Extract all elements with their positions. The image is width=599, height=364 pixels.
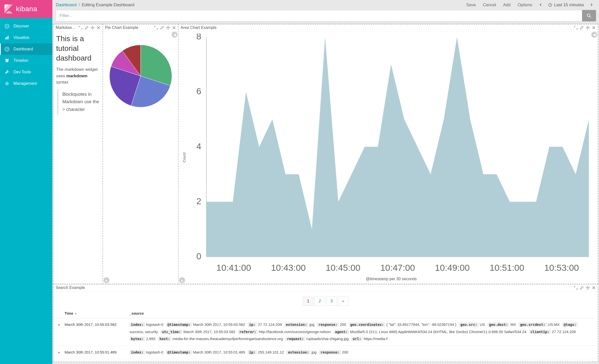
nav-label: Dashboard	[13, 47, 33, 51]
svg-text:2: 2	[196, 196, 201, 206]
options-button[interactable]: Options	[515, 2, 535, 8]
svg-text:10:53:00: 10:53:00	[544, 263, 579, 273]
svg-text:4: 4	[196, 141, 201, 151]
cancel-button[interactable]: Cancel	[480, 2, 499, 8]
breadcrumb-sep: /	[79, 2, 80, 7]
svg-point-13	[6, 83, 8, 84]
pager-page-2[interactable]: 2	[314, 297, 325, 306]
sidebar-item-dev-tools[interactable]: Dev Tools	[0, 66, 52, 78]
panel-search: Search Example 123»	[53, 284, 598, 362]
nav-label: Discover	[13, 24, 29, 28]
expand-icon[interactable]	[79, 26, 83, 30]
sidebar-item-discover[interactable]: Discover	[0, 20, 52, 32]
edit-icon[interactable]	[160, 26, 164, 30]
svg-point-15	[587, 14, 590, 17]
add-button[interactable]: Add	[500, 2, 513, 8]
filter-bar	[52, 10, 599, 24]
svg-point-12	[7, 60, 8, 61]
svg-point-7	[7, 49, 7, 50]
svg-text:8: 8	[196, 34, 201, 41]
expand-icon[interactable]	[574, 286, 578, 290]
svg-text:10:51:00: 10:51:00	[490, 263, 524, 273]
legend-collapse-left-icon[interactable]: ◀	[172, 32, 178, 38]
edit-icon[interactable]	[580, 26, 584, 30]
svg-rect-5	[8, 36, 8, 39]
move-icon[interactable]	[586, 286, 590, 290]
clock-icon	[548, 3, 552, 7]
area-xlabel: @timestamp per 30 seconds	[187, 276, 595, 281]
sidebar-item-timelion[interactable]: Timelion	[0, 55, 52, 66]
col-time[interactable]: Time▼	[63, 309, 127, 318]
pager-next[interactable]: »	[338, 297, 349, 306]
markdown-paragraph: The markdown widget uses markdown syntax	[56, 66, 100, 86]
svg-text:10:43:00: 10:43:00	[271, 263, 306, 273]
move-icon[interactable]	[91, 26, 95, 30]
dashboard-grid: Markdow... This is a tutorial dashboard …	[52, 24, 599, 362]
brand-name: kibana	[16, 5, 37, 13]
move-icon[interactable]	[586, 26, 590, 30]
time-picker-label: Last 15 minutes	[554, 2, 584, 7]
save-button[interactable]: Save	[464, 2, 478, 8]
svg-point-11	[6, 60, 7, 61]
filter-input[interactable]	[55, 10, 582, 21]
nav-label: Dev Tools	[13, 70, 31, 74]
table-row: ▸March 30th 2017, 10:55:01.489index: log…	[56, 346, 595, 359]
expand-row-button[interactable]: ▸	[56, 318, 63, 346]
expand-row-button[interactable]: ▸	[56, 346, 63, 359]
panel-title: Pie Chart Example	[105, 25, 153, 30]
compass-icon	[4, 24, 9, 29]
edit-icon[interactable]	[580, 286, 584, 290]
pager: 123»	[56, 294, 595, 309]
col-source[interactable]: _source	[127, 309, 595, 318]
svg-text:10:49:00: 10:49:00	[435, 263, 470, 273]
breadcrumb-root[interactable]: Dashboard	[56, 2, 77, 7]
pie-chart	[108, 44, 173, 108]
table-row: ▸March 30th 2017, 10:55:03.582index: log…	[56, 318, 595, 346]
panel-title: Search Example	[56, 285, 573, 290]
markdown-blockquote: Blockquotes in Markdown use the > charac…	[57, 89, 100, 115]
edit-icon[interactable]	[85, 26, 89, 30]
cell-source: index: logstash-0 @timestamp: March 30th…	[127, 346, 595, 359]
expand-icon[interactable]	[154, 26, 158, 30]
filter-submit-button[interactable]	[582, 10, 596, 21]
doc-table: Time▼ _source ▸March 30th 2017, 10:55:03…	[56, 309, 595, 359]
topbar: Dashboard / Editing Example Dashboard Sa…	[52, 0, 599, 10]
pager-page-3[interactable]: 3	[326, 297, 337, 306]
brand[interactable]: kibana	[0, 0, 52, 18]
nav-label: Timelion	[13, 58, 28, 63]
gauge-icon	[4, 47, 9, 52]
nav-label: Management	[13, 81, 37, 86]
svg-text:6: 6	[196, 86, 201, 96]
gear-icon	[4, 81, 9, 86]
bear-icon	[4, 58, 9, 63]
cell-time: March 30th 2017, 10:55:03.582	[63, 318, 127, 346]
close-icon[interactable]	[592, 26, 596, 30]
close-icon[interactable]	[592, 286, 596, 290]
main: Dashboard / Editing Example Dashboard Sa…	[52, 0, 599, 364]
legend-collapse-left-icon[interactable]: ◀	[591, 32, 597, 38]
legend-expand-up-icon[interactable]: ▲	[103, 277, 109, 283]
close-icon[interactable]	[172, 26, 176, 30]
svg-text:10:41:00: 10:41:00	[216, 263, 251, 273]
breadcrumb-current: Editing Example Dashboard	[82, 2, 134, 7]
sidebar-item-dashboard[interactable]: Dashboard	[0, 43, 52, 55]
time-prev-button[interactable]	[537, 2, 545, 8]
sidebar-item-visualize[interactable]: Visualize	[0, 32, 52, 43]
expand-icon[interactable]	[574, 26, 578, 30]
cell-source: index: logstash-0 @timestamp: March 30th…	[127, 318, 595, 346]
bar-icon	[4, 35, 9, 40]
svg-text:10:47:00: 10:47:00	[380, 263, 415, 273]
panel-title: Area Chart Example	[181, 25, 573, 30]
sort-desc-icon: ▼	[74, 312, 77, 315]
sidebar: kibana DiscoverVisualizeDashboardTimelio…	[0, 0, 52, 364]
close-icon[interactable]	[97, 26, 100, 30]
sidebar-item-management[interactable]: Management	[0, 78, 52, 89]
time-next-button[interactable]	[588, 2, 596, 8]
move-icon[interactable]	[166, 26, 170, 30]
cell-time: March 30th 2017, 10:55:01.489	[63, 346, 127, 359]
kibana-logo-icon	[3, 4, 13, 14]
pager-page-1: 1	[303, 297, 313, 306]
time-picker[interactable]: Last 15 minutes	[547, 2, 586, 7]
wrench-icon	[4, 70, 9, 75]
panel-area: Area Chart Example ◀ ▲ Count	[178, 24, 598, 284]
